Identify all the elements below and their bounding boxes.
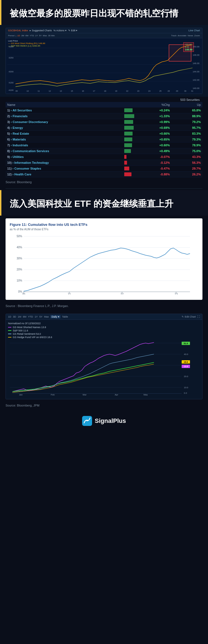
legend-item-4: GS Hedge Fund VIP on 6/6/23 18.6: [8, 336, 200, 339]
svg-text:0.0: 0.0: [184, 392, 187, 394]
perf-chart-title: Normalized As Of 12/30/2022: [8, 322, 200, 325]
row-name-6: 7) › Industrials: [6, 142, 123, 148]
legend-label-3: GS Retail Sentiment 54.0: [13, 333, 41, 335]
row-name-0: 1) › All Securities: [6, 108, 123, 113]
row-bar-2: [123, 119, 136, 125]
svg-text:13.8: 13.8: [184, 365, 188, 368]
row-bar-3: [123, 125, 136, 131]
chart-legend-line1: — GS Most Short Rolling (R1) 148.86: [8, 42, 45, 45]
row-bar-10: [123, 165, 136, 171]
range-3m[interactable]: 3M: [21, 34, 24, 37]
securities-table-row: 3) › Consumer Discretionary +0.99% 79.2%: [6, 119, 202, 125]
row-up-10: 29.7%: [171, 165, 202, 171]
period-btn[interactable]: Period: [8, 34, 14, 37]
svg-text:40%: 40%: [17, 246, 22, 249]
chart-legend-line2: — S&P 500 INDEX (L1) 4283.85: [8, 45, 45, 47]
edit-btn[interactable]: ✎ Edit ▾: [68, 29, 78, 32]
row-bar-7: [123, 148, 136, 154]
row-bar-9: [123, 160, 136, 165]
footer-brand-name: SignalPlus: [95, 417, 126, 425]
range-5y[interactable]: 5Y: [39, 34, 42, 37]
perf-edit-chart[interactable]: ✎ Edit Chart: [182, 315, 196, 318]
row-pct-chg-8: -0.07%: [136, 154, 171, 160]
svg-text:31: 31: [191, 90, 193, 92]
bloomberg-chart1-container: GSCBHS4L Index ▸ Suggested Charts % Acti…: [0, 25, 208, 97]
flow-chart-svg: 50% 40% 30% 20% 10% 0% 20 21 22 23: [10, 234, 198, 295]
svg-text:4100: 4100: [9, 89, 14, 91]
securities-table-row: 6) › Materials +0.65% 79.3%: [6, 136, 202, 142]
col-name-header: Name: [6, 102, 123, 108]
perf-tab-daily-active[interactable]: Daily ▾: [50, 315, 60, 318]
track-btn[interactable]: Track: [171, 34, 177, 37]
row-bar-1: [123, 113, 136, 119]
perf-tab-ytd[interactable]: YTD: [28, 315, 33, 318]
perf-tab-1m[interactable]: 1M: [18, 315, 21, 318]
svg-text:20.0: 20.0: [184, 375, 188, 378]
range-ytd[interactable]: YTD: [30, 34, 34, 37]
svg-text:50%: 50%: [17, 235, 22, 238]
range-6m[interactable]: 6M: [26, 34, 29, 37]
col-bar-header: [123, 102, 136, 108]
legend-item-1: GS Most Shorted Names 13.8: [8, 326, 200, 329]
range-label: |: [16, 34, 16, 37]
flow-chart-source: Source : Bloomberg Finance L.P., J.P. Mo…: [0, 303, 208, 311]
svg-text:20%: 20%: [17, 268, 22, 271]
svg-text:140.00: 140.00: [193, 87, 200, 89]
row-name-4: 5) › Real Estate: [6, 131, 123, 136]
section-divider: [6, 188, 202, 189]
row-name-11: 12) › Health Care: [6, 171, 123, 177]
row-up-8: 43.3%: [171, 154, 202, 160]
news-btn[interactable]: News: [188, 34, 193, 37]
svg-text:24: 24: [148, 90, 151, 92]
flow-chart-container: Figure 11: Cumulative flow into US tech …: [6, 218, 202, 300]
svg-text:Apr: Apr: [115, 393, 118, 396]
signalplus-logo-icon: [82, 416, 92, 426]
row-pct-chg-6: +0.60%: [136, 142, 171, 148]
row-pct-chg-0: +0.24%: [136, 108, 171, 113]
perf-tab-1y[interactable]: 1Y: [35, 315, 38, 318]
row-bar-6: [123, 142, 136, 148]
suggested-charts[interactable]: ▸ Suggested Charts: [30, 29, 52, 32]
row-name-8: 9) › Utilities: [6, 154, 123, 160]
zoom-btn[interactable]: Zoom: [194, 34, 200, 37]
securities-header: 503 Securities: [6, 97, 202, 102]
perf-chart-container: 1D 3D 1M 6M YTD 1Y 5Y Max Daily ▾ Table …: [6, 314, 202, 399]
securities-table-row: 10) › Information Technology -0.12% 56.3…: [6, 160, 202, 165]
perf-tab-1d[interactable]: 1D: [8, 315, 11, 318]
perf-tab-max[interactable]: Max: [44, 315, 49, 318]
chart-index-label: GSCBHS4L Index: [8, 29, 28, 32]
legend-label-1: GS Most Shorted Names 13.8: [13, 326, 46, 329]
row-pct-chg-5: +0.65%: [136, 136, 171, 142]
svg-text:146.00: 146.00: [193, 62, 200, 65]
row-up-11: 26.2%: [171, 171, 202, 177]
svg-text:19: 19: [115, 90, 117, 92]
row-pct-chg-10: -0.47%: [136, 165, 171, 171]
stock-chart-svg-area: Last Price — GS Most Short Rolling (R1) …: [6, 38, 202, 94]
pct-actions[interactable]: % Actions ▾: [54, 29, 67, 32]
range-1d[interactable]: 1D: [17, 34, 20, 37]
legend-label-4: GS Hedge Fund VIP on 6/6/23 18.6: [13, 336, 52, 339]
svg-text:15: 15: [71, 90, 73, 92]
svg-text:18.6: 18.6: [184, 361, 188, 363]
row-up-0: 65.8%: [171, 108, 202, 113]
highlight-val1: +11.44: [185, 43, 192, 46]
securities-table-row: 11) › Consumer Staples -0.47% 29.7%: [6, 165, 202, 171]
row-bar-11: [123, 171, 136, 177]
range-max[interactable]: Max: [43, 34, 47, 37]
row-pct-chg-3: +0.69%: [136, 125, 171, 131]
footer: SignalPlus: [0, 410, 208, 431]
svg-text:Jan: Jan: [19, 393, 23, 396]
range-1y[interactable]: 1Y: [35, 34, 38, 37]
perf-tab-3d[interactable]: 3D: [13, 315, 16, 318]
svg-text:51.0: 51.0: [184, 342, 188, 345]
legend-item-3: GS Retail Sentiment 54.0: [8, 333, 200, 335]
perf-chart-area: Normalized As Of 12/30/2022 GS Most Shor…: [6, 320, 202, 399]
row-up-6: 78.9%: [171, 142, 202, 148]
perf-tab-5y[interactable]: 5Y: [39, 315, 42, 318]
perf-tab-6m[interactable]: 6M: [23, 315, 27, 318]
section1-title: 被做空最多的股票昨日出现不错的轧空行情: [10, 8, 200, 19]
perf-expand[interactable]: ⛶: [197, 315, 200, 318]
range-30min[interactable]: 30 Min: [48, 34, 55, 37]
annotate-btn[interactable]: Annotate: [178, 34, 187, 37]
perf-tab-table[interactable]: Table: [62, 315, 68, 318]
